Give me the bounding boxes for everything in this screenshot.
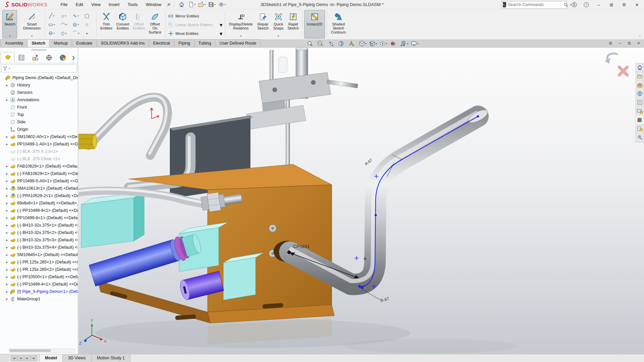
expand-arrow-icon[interactable]: ▶ <box>6 239 10 242</box>
tab-evaluate[interactable]: Evaluate <box>72 39 97 47</box>
next-tab-button[interactable]: ▶ <box>24 355 31 361</box>
expand-arrow-icon[interactable]: ▶ <box>6 283 10 286</box>
shaded-sketch-contours-button[interactable]: Shaded Sketch Contours <box>329 10 348 39</box>
save-button[interactable]: ▾ <box>207 1 217 9</box>
tree-item[interactable]: ▶ (-) PR.125x.265<1> (Default) <<D <box>0 258 78 266</box>
tree-item[interactable]: ▶ PP10499-8<1> (Default) <<Defau <box>0 214 78 222</box>
zoom-to-fit-button[interactable]: ▾ <box>306 40 316 47</box>
menu-item[interactable]: Edit <box>72 1 87 8</box>
tree-item-pipe-5-piping-demo[interactable]: ▶ (f) Pipe_5-Piping Demo<1> (Defa <box>0 288 78 295</box>
doc-restore-icon[interactable]: ⧉ <box>625 40 633 47</box>
display-manager-tab[interactable] <box>56 52 70 63</box>
menu-item[interactable]: File <box>57 1 71 8</box>
tab-assembly[interactable]: Assembly <box>1 39 28 47</box>
search-commands-box[interactable]: >_ ▾ <box>501 1 567 9</box>
collapse-ribbon-icon[interactable]: ⌃ <box>639 35 641 39</box>
previous-view-button[interactable]: ▾ <box>327 40 336 47</box>
zoom-to-area-button[interactable]: ▾ <box>316 40 326 47</box>
expand-arrow-icon[interactable]: ▶ <box>6 180 10 183</box>
doc-close-icon[interactable]: ✕ <box>635 40 643 47</box>
expand-arrow-icon[interactable]: ▶ <box>6 135 10 138</box>
tab-piping[interactable]: Piping <box>174 39 195 47</box>
radius-label-top[interactable]: R.67 <box>364 158 373 166</box>
slot-tool[interactable]: ⊖▾ <box>46 29 58 38</box>
tree-item[interactable]: ▶ (-) PPA10529-2<1> (Default) <Def <box>0 192 78 199</box>
dynamic-annotation-views-button[interactable]: ▾ <box>347 40 357 47</box>
menu-item[interactable]: View <box>88 1 104 8</box>
feature-manager-tab[interactable] <box>1 52 14 63</box>
tree-item[interactable]: ▶ (-) BH10-32x.375<2> (Default) << <box>0 229 78 236</box>
tree-item[interactable]: ▶ Sensors <box>0 89 78 96</box>
expand-arrow-icon[interactable]: ▶ <box>6 202 10 205</box>
options-button[interactable]: ▾ <box>217 1 227 9</box>
expand-arrow-icon[interactable]: ▶ <box>6 224 10 227</box>
sketch-button[interactable]: Sketch ▾ <box>2 10 17 39</box>
cancel-sketch-x[interactable] <box>619 67 627 75</box>
tree-item-mategroup1[interactable]: ▶ MateGroup1 <box>0 295 78 303</box>
instant2d-button[interactable]: Instant2D <box>304 10 325 39</box>
loop-pipe[interactable] <box>89 96 167 156</box>
search-icon[interactable] <box>564 2 568 7</box>
panel-drag-handle[interactable] <box>0 48 78 52</box>
configuration-manager-tab[interactable] <box>28 52 42 63</box>
tree-item[interactable]: ▶ History <box>0 81 78 89</box>
menu-item[interactable]: Window <box>142 1 165 8</box>
graphics-area[interactable]: CPoint1 R.67 R.67 Y X Z <box>78 48 644 354</box>
mirror-entities-button[interactable]: Mirror Entities <box>166 12 224 20</box>
new-document-button[interactable]: ▾ <box>187 1 197 9</box>
panel-flyout-arrow[interactable]: ❯ <box>70 52 77 63</box>
home-button[interactable] <box>177 1 187 9</box>
line-tool[interactable]: ╱▾ <box>46 11 58 20</box>
tab-solidworks-add-ins[interactable]: SOLIDWORKS Add-Ins <box>97 39 149 47</box>
tree-item[interactable]: ▶ (-) BH10-32x.375<1> (Default) << <box>0 222 78 229</box>
spline-tool[interactable]: ∿▾ <box>70 11 82 20</box>
trim-entities-button[interactable]: Trim Entities <box>99 10 114 39</box>
igniter-bracket-assembly[interactable] <box>246 48 358 169</box>
tab-tubing[interactable]: Tubing <box>194 39 216 47</box>
first-tab-button[interactable]: |◀ <box>11 355 17 361</box>
tab-sketch[interactable]: Sketch <box>27 39 50 47</box>
minimize-button[interactable]: – <box>594 1 604 9</box>
3dexperience-marketplace-tab[interactable] <box>636 89 644 98</box>
last-tab-button[interactable]: ▶| <box>31 355 37 361</box>
polygon-tool[interactable]: ◇▾ <box>58 29 70 38</box>
expand-arrow-icon[interactable]: ▶ <box>6 99 10 102</box>
view-palette-tab[interactable] <box>636 107 644 116</box>
tree-item[interactable]: ▶ (-) PR.125x.265<2> (Default) <<D <box>0 266 78 273</box>
offset-on-surface-button[interactable]: Offset On Surface <box>146 10 164 39</box>
expand-arrow-icon[interactable]: ▶ <box>6 231 10 234</box>
tree-item[interactable]: ▶ (-) PP10499-9<1> (Default) <<Def <box>0 207 78 214</box>
user-account-button[interactable] <box>570 1 579 9</box>
cpoint-label[interactable]: CPoint1 <box>293 244 310 249</box>
tree-item[interactable]: ▶ (-) PP10499-4<1> (Default) <<Def <box>0 281 78 288</box>
span-displays-button[interactable]: ⊞ <box>606 1 616 9</box>
display-style-button[interactable]: ▾ <box>368 40 378 47</box>
toolbox-tab[interactable] <box>636 81 644 89</box>
point-tool[interactable]: •▾ <box>82 29 94 38</box>
viewport-3d[interactable]: CPoint1 R.67 R.67 Y X Z <box>78 48 644 354</box>
expand-arrow-icon[interactable]: ▶ <box>6 276 10 279</box>
solidworks-resources-tab[interactable] <box>636 63 644 72</box>
view-orientation-button[interactable]: ▾ <box>358 40 368 47</box>
tree-item[interactable]: ▶ (-) BH10-32x.375<3> (Default) << <box>0 236 78 244</box>
tree-filter-box[interactable]: ▾ <box>1 64 77 72</box>
appearances-scenes-decals-tab[interactable] <box>636 116 644 124</box>
radius-label-bottom[interactable]: R.67 <box>380 296 390 303</box>
tree-item[interactable]: ▶ (-) BLK .375 Close <1> <box>0 155 78 163</box>
tree-item[interactable]: ▶ Origin <box>0 126 78 133</box>
display-delete-relations-button[interactable]: Display/Delete Relations ▾ <box>227 10 255 39</box>
tab-user-defined-route[interactable]: User Defined Route <box>215 39 261 47</box>
expand-arrow-icon[interactable]: ▶ <box>6 172 10 175</box>
circle-tool[interactable]: ○▾ <box>58 11 70 20</box>
move-entities-button[interactable]: Move Entities ▾ <box>166 29 224 38</box>
tree-item[interactable]: ▶ (-) PP10500<1> (Default) <<Defau <box>0 273 78 281</box>
tile-windows-icon[interactable]: ⊞ <box>606 40 614 47</box>
tree-item[interactable]: ▶ 69x6x6<1> (Default) <<Default>_ <box>0 199 78 207</box>
solidworks-inspection-tab[interactable] <box>636 133 644 142</box>
quick-snaps-button[interactable]: Quick Snaps ▾ <box>271 10 286 39</box>
fillet-tool[interactable]: ⌒▾ <box>70 29 82 38</box>
apply-scene-button[interactable]: ▾ <box>399 40 409 47</box>
yellow-fitting[interactable] <box>78 134 97 149</box>
expand-arrow-icon[interactable]: ▶ <box>6 246 10 249</box>
sketch-picture-tool[interactable]: ▢▾ <box>82 11 94 20</box>
